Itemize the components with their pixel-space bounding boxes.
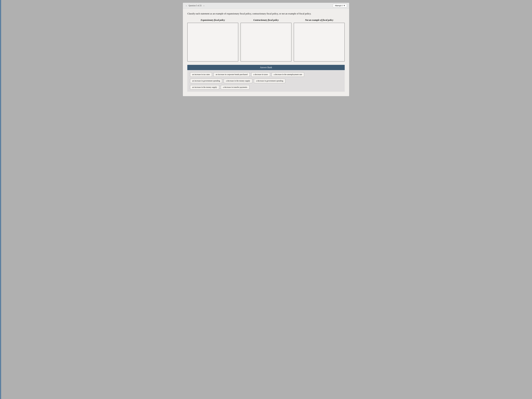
answer-chip-1-0[interactable]: an increase in government spending [190, 79, 222, 83]
question-text: Classify each statement as an example of… [187, 12, 323, 16]
answer-bank-header: Answer Bank [187, 65, 345, 70]
answer-chip-0-0[interactable]: an increase in tax rates [190, 72, 212, 77]
answer-chip-1-2[interactable]: a decrease in government spending [254, 79, 285, 83]
answer-chip-0-1[interactable]: an increase in corporate bonds purchased [214, 72, 250, 77]
answer-chip-2-1[interactable]: a decrease in transfer payments [221, 85, 249, 89]
drop-zone-section-expansionary: Expansionary fiscal policy [187, 19, 238, 62]
left-accent-bar [0, 0, 1, 399]
drop-zone-box-expansionary[interactable] [187, 23, 238, 62]
nav-controls: ‹ Question 5 of 25 › [185, 4, 205, 7]
answer-row-1: an increase in government spendinga decr… [190, 79, 342, 83]
next-question-button[interactable]: › [203, 4, 205, 7]
answer-row-0: an increase in tax ratesan increase in c… [190, 72, 342, 77]
drop-zone-label-not-example: Not an example of fiscal policy [305, 19, 333, 21]
drop-zones-container: Expansionary fiscal policyContractionary… [187, 19, 345, 62]
answer-chip-0-2[interactable]: a decrease in taxes [251, 72, 270, 77]
top-bar: ‹ Question 5 of 25 › Attempt 4 ▼ [183, 3, 349, 9]
answer-row-2: an increase in the money supplya decreas… [190, 85, 342, 89]
answer-chip-0-3[interactable]: a decrease in the unemployment rate [272, 72, 304, 77]
question-label: Question 5 of 25 [189, 5, 202, 7]
main-content: Classify each statement as an example of… [183, 9, 349, 96]
drop-zone-section-not-example: Not an example of fiscal policy [294, 19, 345, 62]
drop-zone-label-expansionary: Expansionary fiscal policy [201, 19, 225, 21]
drop-zone-label-contractionary: Contractionary fiscal policy [253, 19, 279, 21]
prev-question-button[interactable]: ‹ [185, 4, 187, 7]
attempt-button[interactable]: Attempt 4 ▼ [333, 4, 347, 7]
answer-bank-section: Answer Bank an increase in tax ratesan i… [187, 65, 345, 92]
main-container: ‹ Question 5 of 25 › Attempt 4 ▼ Classif… [183, 3, 349, 96]
attempt-dropdown-icon: ▼ [343, 5, 345, 7]
drop-zone-box-not-example[interactable] [294, 23, 345, 62]
drop-zone-box-contractionary[interactable] [241, 23, 291, 62]
answer-chip-1-1[interactable]: a decrease in the money supply [224, 79, 252, 83]
attempt-label: Attempt 4 [335, 5, 342, 7]
answer-bank-body: an increase in tax ratesan increase in c… [187, 70, 345, 92]
drop-zone-section-contractionary: Contractionary fiscal policy [241, 19, 291, 62]
answer-chip-2-0[interactable]: an increase in the money supply [190, 85, 219, 89]
